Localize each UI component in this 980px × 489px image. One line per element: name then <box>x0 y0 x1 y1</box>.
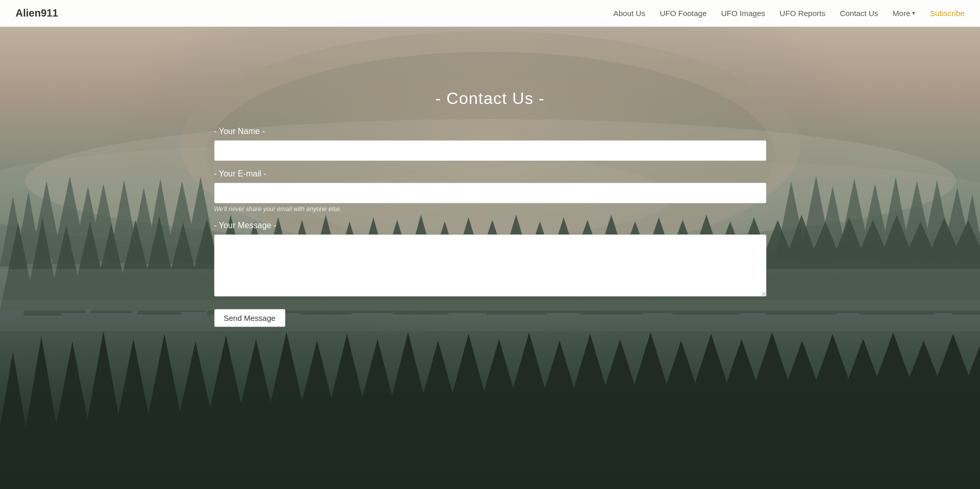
email-label: - Your E-mail - <box>214 169 766 179</box>
email-hint: We'll never share your email with anyone… <box>214 205 766 213</box>
nav-about-us[interactable]: About Us <box>613 9 645 18</box>
navbar: Alien911 About Us UFO Footage UFO Images… <box>0 0 980 27</box>
name-label: - Your Name - <box>214 127 766 136</box>
nav-more-dropdown[interactable]: More ▾ <box>893 9 915 18</box>
contact-form: - Your Name - - Your E-mail - We'll neve… <box>214 127 766 327</box>
message-textarea[interactable] <box>214 234 766 297</box>
nav-contact-us[interactable]: Contact Us <box>840 9 878 18</box>
nav-ufo-footage[interactable]: UFO Footage <box>660 9 707 18</box>
nav-more-label: More <box>893 9 910 18</box>
nav-brand[interactable]: Alien911 <box>16 7 58 19</box>
nav-ufo-images[interactable]: UFO Images <box>721 9 765 18</box>
email-input[interactable] <box>214 183 766 203</box>
nav-ufo-reports[interactable]: UFO Reports <box>780 9 825 18</box>
chevron-down-icon: ▾ <box>912 10 915 17</box>
message-label: - Your Message - <box>214 221 766 230</box>
main-content: - Contact Us - - Your Name - - Your E-ma… <box>0 27 980 489</box>
page-title: - Contact Us - <box>127 89 853 108</box>
send-message-button[interactable]: Send Message <box>214 309 285 327</box>
nav-subscribe[interactable]: Subscribe <box>930 9 964 18</box>
name-input[interactable] <box>214 140 766 161</box>
